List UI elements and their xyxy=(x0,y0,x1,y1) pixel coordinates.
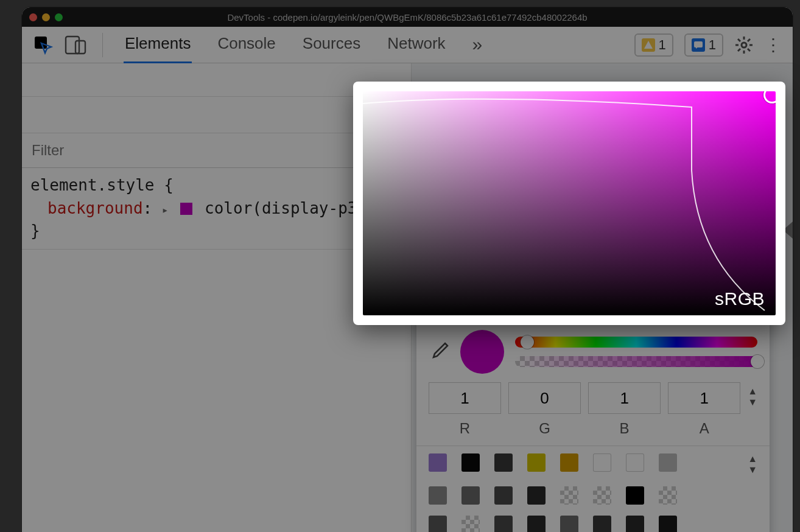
hue-slider[interactable] xyxy=(515,337,757,348)
color-swatch[interactable] xyxy=(180,203,192,215)
palette-swatch[interactable] xyxy=(527,453,546,472)
tab-elements[interactable]: Elements xyxy=(124,26,192,64)
palette-row xyxy=(429,486,757,505)
palette-swatch[interactable] xyxy=(429,453,447,472)
palette-swatch[interactable] xyxy=(494,453,513,472)
channel-r-label: R xyxy=(429,420,501,437)
message-icon xyxy=(692,38,705,52)
channel-r-input[interactable] xyxy=(429,382,501,414)
svg-rect-2 xyxy=(75,41,85,54)
window-title: DevTools - codepen.io/argyleink/pen/QWBg… xyxy=(22,12,793,23)
svg-line-10 xyxy=(748,49,750,51)
svg-point-4 xyxy=(742,43,746,47)
palette-swatch[interactable] xyxy=(626,516,644,532)
svg-line-12 xyxy=(748,39,750,41)
palette-swatch[interactable] xyxy=(659,453,677,472)
warning-icon xyxy=(642,38,655,52)
palette-swatch[interactable] xyxy=(494,516,513,532)
alpha-slider[interactable] xyxy=(515,356,757,367)
palette-swatch[interactable] xyxy=(560,516,578,532)
palette-swatch[interactable] xyxy=(429,516,447,532)
filter-input[interactable] xyxy=(32,142,401,159)
palette: ▲▼ xyxy=(416,446,770,532)
titlebar: DevTools - codepen.io/argyleink/pen/QWBg… xyxy=(22,7,793,27)
picker-controls xyxy=(416,324,770,377)
palette-swatch[interactable] xyxy=(659,486,677,505)
palette-swatch[interactable] xyxy=(659,516,677,532)
panel-tabs: Elements Console Sources Network » xyxy=(124,26,483,64)
settings-icon[interactable] xyxy=(734,35,754,55)
css-selector: element.style { xyxy=(30,174,402,197)
inspect-element-icon[interactable] xyxy=(33,35,54,55)
channel-a-input[interactable] xyxy=(668,382,740,414)
color-sv-popover: sRGB xyxy=(353,82,785,325)
hue-thumb[interactable] xyxy=(521,335,534,349)
tab-console[interactable]: Console xyxy=(216,26,276,64)
svg-line-11 xyxy=(738,49,740,51)
device-toolbar-icon[interactable] xyxy=(65,35,88,55)
warnings-badge[interactable]: 1 xyxy=(634,33,673,57)
palette-swatch[interactable] xyxy=(626,453,644,472)
current-color-swatch xyxy=(460,330,504,374)
gamut-boundary xyxy=(363,91,776,315)
messages-badge[interactable]: 1 xyxy=(684,33,723,57)
palette-row xyxy=(429,516,757,532)
tab-network[interactable]: Network xyxy=(386,26,446,64)
svg-rect-1 xyxy=(66,37,79,54)
picker-sliders xyxy=(515,337,757,367)
palette-swatch[interactable] xyxy=(461,486,480,505)
format-toggle-icon[interactable]: ▲▼ xyxy=(748,382,757,408)
alpha-thumb[interactable] xyxy=(751,355,764,368)
palette-swatch[interactable] xyxy=(461,453,480,472)
css-close-brace: } xyxy=(30,220,402,243)
palette-row: ▲▼ xyxy=(429,453,757,475)
sv-cursor[interactable] xyxy=(763,91,776,103)
kebab-menu-icon[interactable]: ⋮ xyxy=(765,35,782,55)
tab-overflow-icon[interactable]: » xyxy=(471,26,484,64)
palette-swatch[interactable] xyxy=(593,516,611,532)
channel-b-input[interactable] xyxy=(588,382,661,414)
channel-a-label: A xyxy=(668,420,740,437)
palette-toggle-icon[interactable]: ▲▼ xyxy=(748,453,757,475)
palette-swatch[interactable] xyxy=(593,453,611,472)
expand-icon[interactable]: ▸ xyxy=(162,203,169,216)
eyedropper-icon[interactable] xyxy=(429,341,449,362)
gamut-label: sRGB xyxy=(715,289,765,309)
channel-g-label: G xyxy=(508,420,581,437)
channel-b-label: B xyxy=(588,420,661,437)
css-property: background xyxy=(47,199,143,217)
palette-swatch[interactable] xyxy=(429,486,447,505)
warning-count: 1 xyxy=(659,37,666,53)
palette-swatch[interactable] xyxy=(461,516,480,532)
toolbar-right: 1 1 ⋮ xyxy=(634,33,782,57)
palette-swatch[interactable] xyxy=(560,453,578,472)
palette-swatch[interactable] xyxy=(494,486,513,505)
tab-sources[interactable]: Sources xyxy=(301,26,362,64)
css-declaration[interactable]: background: ▸ color(display-p3 1 0 ; xyxy=(30,197,402,220)
palette-swatch[interactable] xyxy=(527,516,546,532)
sv-gradient[interactable]: sRGB xyxy=(363,91,776,315)
toolbar-separator xyxy=(102,33,103,57)
palette-swatch[interactable] xyxy=(626,486,644,505)
channel-g-input[interactable] xyxy=(508,382,581,414)
svg-line-9 xyxy=(738,39,740,41)
svg-rect-3 xyxy=(694,41,703,47)
devtools-toolbar: Elements Console Sources Network » 1 1 xyxy=(22,27,793,63)
palette-swatch[interactable] xyxy=(593,486,611,505)
palette-swatch[interactable] xyxy=(527,486,546,505)
message-count: 1 xyxy=(709,37,716,53)
channel-inputs: R G B A ▲▼ xyxy=(416,377,770,438)
palette-swatch[interactable] xyxy=(560,486,578,505)
